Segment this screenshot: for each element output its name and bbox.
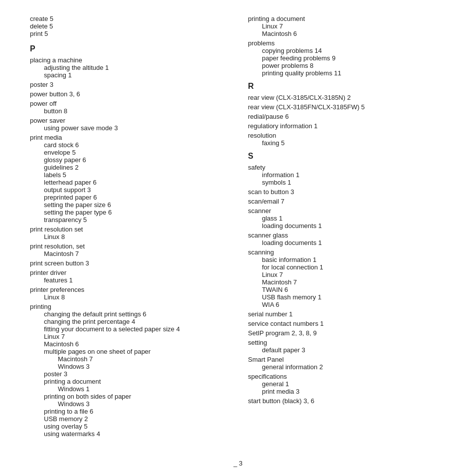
entry-title: scanner: [248, 207, 446, 215]
entry-sub: changing the print percentage 4: [30, 318, 228, 325]
entry-sub: output support 3: [30, 186, 228, 194]
entry-sub: poster 3: [30, 370, 228, 378]
entry-sub: Macintosh 7: [30, 250, 228, 257]
entry-sub: default paper 3: [248, 346, 446, 354]
columns: create 5delete 5print 5 Pplacing a machi…: [30, 15, 446, 443]
entry-sub: Linux 7: [248, 271, 446, 278]
entry-sub: Windows 1: [30, 385, 228, 393]
index-entry: placing a machineadjusting the altitude …: [30, 56, 228, 79]
index-entry: poster 3: [30, 81, 228, 88]
entry-sub: Macintosh 6: [30, 340, 228, 348]
entry-sub: for local connection 1: [248, 263, 446, 271]
entry-sub: general 1: [248, 380, 446, 388]
entry-sub: guidelines 2: [30, 164, 228, 171]
entry-sub: printing a document: [30, 378, 228, 385]
entry-sub: multiple pages on one sheet of paper: [30, 348, 228, 355]
entry-sub: faxing 5: [248, 139, 446, 147]
index-section: Ssafetyinformation 1symbols 1scan to but…: [248, 152, 446, 405]
index-entry: scanner glassloading documents 1: [248, 232, 446, 246]
entry-title: print resolution set: [30, 226, 228, 233]
entry-title: scan/email 7: [248, 198, 446, 205]
entry-sub: print media 3: [248, 388, 446, 395]
entry-title: problems: [248, 39, 446, 47]
index-entry: print mediacard stock 6envelope 5glossy …: [30, 134, 228, 224]
entry-sub: preprinted paper 6: [30, 194, 228, 201]
section-letter: P: [30, 44, 228, 53]
entry-title: scanning: [248, 248, 446, 256]
index-entry: Smart Panelgeneral information 2: [248, 356, 446, 371]
index-entry: resolutionfaxing 5: [248, 132, 446, 147]
index-entry: safetyinformation 1symbols 1: [248, 164, 446, 186]
entry-sub: USB flash memory 1: [248, 293, 446, 301]
right-column: printing a documentLinux 7Macintosh 6pro…: [248, 15, 446, 443]
entry-sub: Windows 3: [30, 400, 228, 408]
entry-sub: Macintosh 6: [248, 30, 446, 37]
entry-sub: glass 1: [248, 215, 446, 222]
entry-title: poster 3: [30, 81, 228, 88]
index-entry: rear view (CLX-3185FN/CLX-3185FW) 5: [248, 103, 446, 111]
entry-title: specifications: [248, 373, 446, 380]
entry-sub: using power save mode 3: [30, 124, 228, 132]
entry-sub: paper feeding problems 9: [248, 54, 446, 62]
index-entry: print resolution setLinux 8: [30, 226, 228, 240]
entry-sub: Linux 8: [30, 293, 228, 301]
entry-sub: Macintosh 7: [30, 355, 228, 363]
index-entry: start button (black) 3, 6: [248, 397, 446, 405]
entry-title: placing a machine: [30, 56, 228, 64]
entry-title: print resolution, set: [30, 242, 228, 250]
entry-title: power saver: [30, 117, 228, 124]
entry-sub: loading documents 1: [248, 239, 446, 246]
entry-sub: general information 2: [248, 363, 446, 371]
top-items: create 5delete 5print 5: [30, 15, 228, 37]
entry-sub: printing on both sides of paper: [30, 393, 228, 400]
entry-sub: Macintosh 7: [248, 278, 446, 286]
entry-sub: copying problems 14: [248, 47, 446, 54]
entry-title: power button 3, 6: [30, 90, 228, 98]
index-entry: print screen button 3: [30, 259, 228, 267]
entry-sub: WIA 6: [248, 301, 446, 308]
right-top-entries: printing a documentLinux 7Macintosh 6pro…: [248, 15, 446, 77]
entry-title: print media: [30, 134, 228, 141]
entry-sub: power problems 8: [248, 62, 446, 69]
entry-title: Smart Panel: [248, 356, 446, 363]
entry-sub: using watermarks 4: [30, 430, 228, 438]
entry-title: print screen button 3: [30, 259, 228, 267]
index-entry: power offbutton 8: [30, 100, 228, 115]
entry-sub: USB memory 2: [30, 415, 228, 423]
entry-title: serial number 1: [248, 310, 446, 318]
entry-title: scanner glass: [248, 232, 446, 239]
entry-sub: setting the paper type 6: [30, 209, 228, 216]
index-entry: printing a documentLinux 7Macintosh 6: [248, 15, 446, 37]
entry-sub: loading documents 1: [248, 222, 446, 230]
index-entry: power button 3, 6: [30, 90, 228, 98]
top-item: print 5: [30, 30, 228, 37]
entry-title: resolution: [248, 132, 446, 139]
index-entry: printingchanging the default print setti…: [30, 303, 228, 438]
index-entry: scan/email 7: [248, 198, 446, 205]
index-entry: print resolution, setMacintosh 7: [30, 242, 228, 257]
section-letter: R: [248, 82, 446, 91]
entry-sub: glossy paper 6: [30, 156, 228, 164]
entry-sub: Windows 3: [30, 363, 228, 370]
entry-title: safety: [248, 164, 446, 171]
entry-title: power off: [30, 100, 228, 107]
right-sections: Rrear view (CLX-3185/CLX-3185N) 2rear vi…: [248, 82, 446, 405]
entry-sub: button 8: [30, 107, 228, 115]
entry-sub: adjusting the altitude 1: [30, 64, 228, 71]
entry-sub: labels 5: [30, 171, 228, 179]
entry-title: scan to button 3: [248, 188, 446, 196]
entry-sub: setting the paper size 6: [30, 201, 228, 209]
entry-title: setting: [248, 339, 446, 346]
entry-sub: letterhead paper 6: [30, 179, 228, 186]
entry-title: printer driver: [30, 269, 228, 276]
index-entry: printer preferencesLinux 8: [30, 286, 228, 301]
index-entry: scanningbasic information 1for local con…: [248, 248, 446, 308]
entry-title: redial/pause 6: [248, 113, 446, 120]
entry-title: printer preferences: [30, 286, 228, 293]
index-entry: rear view (CLX-3185/CLX-3185N) 2: [248, 94, 446, 101]
entry-title: printing a document: [248, 15, 446, 22]
entry-sub: envelope 5: [30, 149, 228, 156]
entry-sub: card stock 6: [30, 141, 228, 149]
entry-sub: changing the default print settings 6: [30, 310, 228, 318]
entry-sub: features 1: [30, 276, 228, 284]
